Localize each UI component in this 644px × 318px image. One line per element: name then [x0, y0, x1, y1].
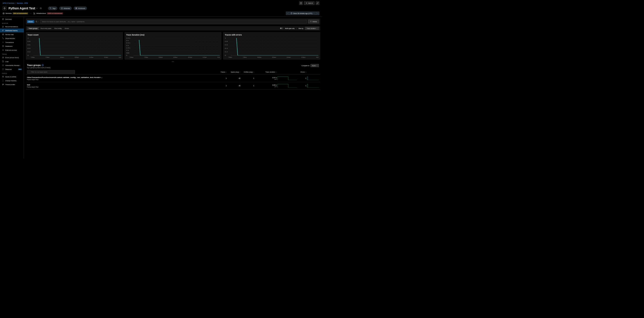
- tab-errors[interactable]: Errors: [63, 27, 70, 30]
- metadata-button[interactable]: Metadata: [59, 6, 72, 10]
- svg-point-16: [2, 45, 4, 46]
- tab-root-entry-span[interactable]: Root entry span: [39, 27, 53, 30]
- favorite-button[interactable]: [40, 7, 42, 9]
- svg-text:1.5 k: 1.5 k: [126, 47, 130, 48]
- sidebar-item-service-map[interactable]: Service map: [0, 32, 24, 36]
- svg-rect-13: [2, 18, 4, 20]
- filter-row: Traces Spans (avg) Entities (avg) Trace …: [26, 69, 320, 74]
- svg-text:0: 0: [126, 55, 127, 56]
- title-row: Python Agent Test Tags Metadata Workload…: [0, 6, 322, 11]
- multi-span-toggle[interactable]: [280, 27, 283, 29]
- chart-traces-with-errors: Traces with errors 1 0.8 0.6 0.4 0.2 0: [223, 32, 320, 60]
- time-next-button[interactable]: ›: [316, 11, 320, 15]
- filter-input[interactable]: [27, 70, 75, 74]
- resize-handle[interactable]: •••: [26, 60, 320, 62]
- sidebar-item-vulnerability[interactable]: Vulnerability Manageme…: [0, 63, 24, 67]
- info-icon[interactable]: i: [42, 64, 44, 66]
- view-by-select[interactable]: Trace duration: [305, 27, 319, 30]
- services-badge: 50% not instrumented: [13, 12, 28, 14]
- services-status[interactable]: Services 50% not instrumented: [2, 12, 28, 14]
- row-name: test: [27, 84, 217, 86]
- compare-select[interactable]: None: [310, 64, 319, 67]
- chevron-down-icon: [36, 8, 38, 9]
- cell-entities: 1: [241, 77, 254, 79]
- database-icon: [2, 45, 4, 47]
- tab-root-entity[interactable]: Root entity: [53, 27, 63, 30]
- svg-point-23: [3, 70, 4, 70]
- sidebar-item-thread-profiler[interactable]: Thread profiler: [0, 82, 24, 86]
- svg-rect-8: [76, 8, 77, 9]
- svg-text:2 k: 2 k: [126, 45, 129, 46]
- entity-icon: [2, 6, 6, 10]
- svg-text:0: 0: [225, 55, 226, 56]
- sidebar-item-issues[interactable]: Issues & activity: [0, 75, 24, 79]
- sidebar-item-summary[interactable]: Summary: [0, 17, 24, 21]
- svg-rect-10: [34, 12, 34, 14]
- map-icon: [2, 33, 4, 35]
- infra-status[interactable]: Infrastructure 100% not instrumented: [33, 12, 63, 14]
- main-content: Errors Refine Trace groups Root entry sp…: [24, 17, 322, 158]
- table-row[interactable]: test Python Agent Test 1 48 1 3.09 s p95…: [26, 82, 320, 89]
- chart-xaxis: 7:50am7:55am8:00am8:05am8:10am8:15am8:20: [28, 57, 121, 58]
- help-icon[interactable]: [299, 1, 303, 5]
- sidebar-item-recommendations[interactable]: Recommendations: [0, 25, 24, 28]
- svg-point-18: [2, 50, 2, 50]
- svg-rect-11: [35, 13, 35, 14]
- col-spans[interactable]: Spans (avg): [228, 71, 240, 73]
- sidebar-item-errors-inbox[interactable]: Errors (errors inbox): [0, 55, 24, 59]
- sidebar-item-distributed-tracing[interactable]: Distributed tracing: [0, 28, 24, 32]
- tags-button[interactable]: Tags: [48, 6, 57, 10]
- svg-text:0.8: 0.8: [28, 41, 30, 42]
- chart-trace-count: Trace count 1 0.8 0.6 0.4 0.2 0: [26, 32, 123, 60]
- multi-span-label: Multi-span only: [285, 28, 294, 29]
- time-range-button[interactable]: Since 30 minutes ago (UTC): [289, 11, 316, 15]
- groups-header: Trace groups i top 2 groups by trace cou…: [26, 62, 320, 69]
- change-icon: [2, 80, 4, 82]
- tab-trace-groups[interactable]: Trace groups: [27, 27, 39, 30]
- svg-text:0.6: 0.6: [225, 44, 228, 46]
- svg-rect-25: [2, 84, 3, 85]
- link-icon[interactable]: [316, 1, 320, 5]
- refine-button[interactable]: Refine: [308, 19, 319, 23]
- breadcrumb-bar: APM & Services / Services - APM Ask AI: [0, 0, 322, 6]
- col-duration[interactable]: Trace duration: [255, 71, 277, 73]
- ask-ai-button[interactable]: Ask AI: [304, 1, 314, 5]
- svg-text:0.4: 0.4: [28, 48, 30, 49]
- sidebar-heading-events: EVENTS: [0, 71, 24, 75]
- col-entities[interactable]: Entities (avg): [241, 71, 254, 73]
- workloads-button[interactable]: Workloads: [74, 6, 87, 10]
- col-errors[interactable]: Errors: [298, 71, 306, 73]
- cell-spans: 45: [228, 77, 240, 79]
- sidebar-item-diagnose[interactable]: Diagnose New: [0, 67, 24, 71]
- compare-label: Compare to: [302, 65, 310, 66]
- new-badge: New: [18, 69, 22, 70]
- sidebar-item-logs[interactable]: Logs: [0, 59, 24, 63]
- col-traces[interactable]: Traces: [218, 71, 227, 73]
- profiler-icon: [2, 84, 4, 86]
- time-prev-button[interactable]: ‹: [286, 11, 289, 15]
- svg-point-21: [3, 69, 4, 69]
- breadcrumb-root[interactable]: APM & Services: [2, 2, 14, 4]
- svg-text:2.5 k: 2.5 k: [126, 42, 130, 43]
- sidebar-item-databases[interactable]: Databases: [0, 44, 24, 48]
- page-title[interactable]: Python Agent Test: [8, 6, 38, 10]
- svg-text:3.5 k: 3.5 k: [126, 38, 130, 39]
- groups-title: Trace groups: [27, 64, 41, 66]
- breadcrumb-current[interactable]: Services - APM: [16, 2, 28, 4]
- summary-icon: [2, 18, 4, 20]
- sidebar-item-dependencies[interactable]: Dependencies: [0, 36, 24, 40]
- errors-filter-chip[interactable]: Errors: [27, 20, 34, 23]
- sidebar-item-transactions[interactable]: Transactions: [0, 40, 24, 44]
- sidebar-item-change-tracking[interactable]: Change tracking: [0, 79, 24, 82]
- table-row[interactable]: OtherTransaction/Function/newrelic.admin…: [26, 74, 320, 82]
- logs-icon: [2, 60, 4, 62]
- search-input[interactable]: [40, 20, 307, 23]
- connector-icon: —○: [30, 13, 32, 14]
- svg-rect-6: [76, 8, 77, 8]
- search-dropdown-button[interactable]: [36, 21, 39, 23]
- view-by-label: View by: [298, 28, 304, 29]
- svg-text:0.4: 0.4: [225, 48, 228, 49]
- sidebar-item-external-services[interactable]: External services: [0, 48, 24, 52]
- svg-text:0.8: 0.8: [225, 41, 228, 42]
- tracing-icon: [2, 30, 4, 31]
